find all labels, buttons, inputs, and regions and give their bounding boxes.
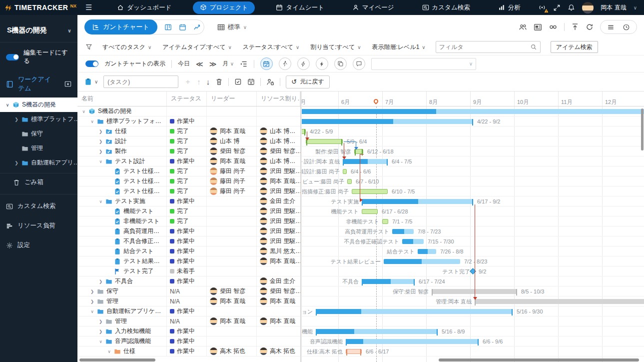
search-icon[interactable] (530, 44, 537, 50)
comment-button[interactable] (353, 58, 365, 70)
task-type-icon[interactable] (84, 78, 92, 86)
gantt-view-button[interactable]: ガントチャート (84, 20, 157, 34)
gantt-bar[interactable] (352, 189, 388, 194)
table-row[interactable]: ❯ 入力検知機能 作業中 (77, 326, 300, 336)
sidebar-tree-item-2[interactable]: 保守 (0, 126, 77, 141)
row-chevron-icon[interactable]: ∨ (107, 349, 111, 354)
gantt-bar[interactable] (384, 259, 460, 264)
row-chevron-icon[interactable]: ❯ (90, 299, 94, 304)
table-row[interactable]: テスト仕様設計 完了 藤田 尚子 沢田 里駆… (77, 166, 300, 176)
today-pin-icon[interactable] (373, 98, 379, 104)
today-button[interactable]: 今日 (178, 60, 190, 68)
filter-chip-1[interactable]: アイテムタイプ:すべて∨ (162, 43, 231, 52)
column-header-2[interactable]: リーダー (207, 92, 257, 106)
schedule-mode-button[interactable] (260, 58, 273, 70)
filter-input[interactable] (439, 44, 530, 50)
table-row[interactable]: 不具合修正確認テ… 作業中 沢田 里駆… (77, 236, 300, 246)
gantt-bar[interactable] (362, 209, 378, 214)
gantt-bar[interactable] (302, 129, 306, 134)
gantt-bar[interactable] (306, 139, 343, 144)
gantt-bar[interactable] (316, 329, 438, 334)
filter-chip-2[interactable]: ステータス:すべて∨ (243, 43, 300, 52)
outline-level-icon[interactable] (240, 60, 248, 68)
sidebar-tree-item-1[interactable]: ❯ 標準プラットフ… (0, 112, 77, 126)
favorite-folder-icon[interactable] (64, 80, 71, 88)
row-chevron-icon[interactable]: ❯ (98, 279, 103, 284)
table-row[interactable]: ∨ 自動運転アプリケーション 作業中 (77, 306, 300, 316)
critical-path-walker-button[interactable] (279, 58, 291, 70)
nav-item-4[interactable]: カスタム検索 (415, 2, 477, 14)
members-icon[interactable] (519, 23, 527, 32)
project-selector[interactable]: S機器の開発 ∨ (0, 15, 77, 42)
move-up-button[interactable]: ↑ (197, 78, 201, 86)
tree-chevron-icon[interactable]: ❯ (14, 160, 19, 166)
table-row[interactable]: 非機能テスト 完了 沢田 里駆… (77, 216, 300, 226)
row-chevron-icon[interactable]: ∨ (98, 339, 103, 344)
move-down-button[interactable]: ↓ (206, 78, 210, 86)
next-period-button[interactable]: ≫ (209, 60, 217, 68)
sidebar-item-1[interactable]: リソース負荷 (0, 216, 77, 236)
table-row[interactable]: ∨ 標準プラットフォーム 作業中 (77, 116, 300, 126)
table-row[interactable]: ❯ 不具合 作業中 金田 圭介 (77, 276, 300, 286)
table-row[interactable]: ❯ 管理 N/A 岡本 直哉 岡本 直哉 (77, 296, 300, 306)
row-chevron-icon[interactable]: ❯ (98, 139, 103, 144)
sidebar-item-workitems[interactable]: ワークアイテム (0, 70, 77, 98)
fullscreen-icon[interactable] (553, 4, 561, 12)
app-logo[interactable]: TIMETRACKER NX (0, 4, 81, 12)
baseline-select[interactable]: ∨ (371, 58, 476, 70)
table-row[interactable]: テスト完了 未着手 (77, 266, 300, 276)
table-row[interactable]: ❯ 設計 完了 山本 博 山本 博… (77, 136, 300, 146)
nav-item-0[interactable]: ダッシュボード (110, 2, 178, 14)
trend-view-button[interactable] (193, 24, 201, 31)
sidebar-item-trash[interactable]: ごみ箱 (0, 174, 77, 191)
sidebar-tree-item-3[interactable]: 管理 (0, 141, 77, 156)
gantt-bar[interactable] (343, 159, 388, 164)
add-task-button[interactable]: ＋ (184, 77, 191, 86)
task-type-chevron-icon[interactable]: ∨ (94, 79, 98, 84)
user-avatar[interactable] (582, 2, 594, 14)
nav-item-2[interactable]: タイムシート (269, 2, 331, 14)
nav-item-5[interactable]: 分析 (491, 2, 528, 14)
link-icon[interactable] (549, 22, 558, 32)
table-row[interactable]: ❯ 管理 N/A 岡本 直哉 岡本 直哉 (77, 316, 300, 326)
row-chevron-icon[interactable]: ❯ (98, 319, 103, 324)
table-row[interactable]: ❯ 製作 完了 柴田 智彦 柴田 智彦… (77, 146, 300, 156)
export-icon[interactable] (571, 23, 579, 31)
gantt-bar[interactable] (347, 179, 352, 184)
menu-hamburger-icon[interactable]: ☰ (85, 3, 92, 12)
layout-select[interactable]: 標準 ∨ (217, 23, 247, 32)
column-header-3[interactable]: リソース割り… (257, 92, 300, 106)
table-row[interactable]: テスト仕様指摘修正 完了 藤田 尚子 沢田 里駆… (77, 186, 300, 196)
column-header-0[interactable]: 名前 (77, 92, 167, 106)
panel-view-icon[interactable] (534, 23, 542, 32)
connection-status-icon[interactable] (538, 4, 546, 12)
table-row[interactable]: ∨ テスト設計 作業中 岡本 直哉 山本 博… (77, 156, 300, 166)
gantt-visibility-toggle[interactable] (85, 60, 98, 67)
nav-item-1[interactable]: プロジェクト (193, 2, 255, 14)
row-chevron-icon[interactable]: ∨ (98, 199, 103, 204)
row-chevron-icon[interactable]: ❯ (98, 329, 103, 334)
assign-lock-icon[interactable] (266, 78, 274, 86)
filter-chip-0[interactable]: すべてのタスク∨ (102, 43, 151, 52)
row-chevron-icon[interactable]: ∨ (90, 309, 94, 314)
table-row[interactable]: ∨ S機器の開発 (77, 106, 300, 116)
gantt-vertical-scrollbar[interactable] (641, 108, 644, 150)
row-chevron-icon[interactable]: ❯ (90, 289, 94, 294)
table-row[interactable]: テスト結果レビュー 作業中 岡本 直哉… (77, 256, 300, 266)
column-header-1[interactable]: ステータス (167, 92, 207, 106)
filter-chip-4[interactable]: 表示階層:レベル1∨ (372, 43, 426, 52)
tree-chevron-icon[interactable]: ❯ (14, 117, 19, 122)
sidebar-tree-item-0[interactable]: ∨ S機器の開発 (0, 98, 77, 112)
user-menu-chevron-icon[interactable]: ∨ (634, 5, 637, 10)
undo-button[interactable]: ↺元に戻す (286, 76, 329, 88)
clear-date-icon[interactable] (247, 78, 255, 86)
gantt-bar[interactable] (302, 109, 644, 114)
board-view-button[interactable] (164, 24, 172, 31)
gantt-bar[interactable] (362, 279, 415, 284)
gantt-bar[interactable] (302, 119, 473, 124)
table-horizontal-scrollbar[interactable] (79, 358, 155, 362)
table-row[interactable]: 結合テスト 作業中 黒川 悠太… (77, 246, 300, 256)
item-search-button[interactable]: アイテム検索 (551, 41, 598, 53)
list-menu-icon[interactable] (607, 24, 615, 31)
notifications-bell-icon[interactable] (568, 4, 575, 12)
